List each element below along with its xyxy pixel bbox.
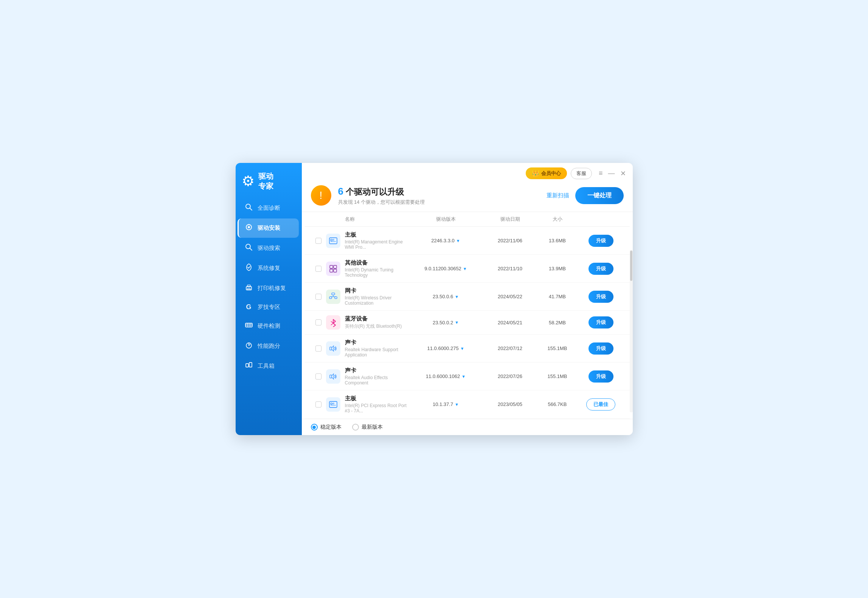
sidebar-item-logitech[interactable]: G 罗技专区 bbox=[239, 299, 299, 316]
row-action-3: 升级 bbox=[578, 316, 624, 328]
one-click-button[interactable]: 一键处理 bbox=[575, 187, 624, 204]
svg-line-6 bbox=[250, 248, 252, 251]
rescan-button[interactable]: 重新扫描 bbox=[547, 192, 569, 199]
row-action-4: 升级 bbox=[578, 342, 624, 355]
row-info-2: 网卡 Intel(R) Wireless Driver Customizatio… bbox=[326, 287, 408, 306]
row-checkbox-1 bbox=[311, 266, 326, 272]
sidebar-item-printer[interactable]: 打印机修复 bbox=[239, 279, 299, 298]
upgrade-button-1[interactable]: 升级 bbox=[589, 263, 613, 275]
upgrade-button-5[interactable]: 升级 bbox=[589, 370, 613, 383]
latest-version-option[interactable]: 最新版本 bbox=[352, 424, 383, 431]
member-center-button[interactable]: 👑 会员中心 bbox=[526, 167, 567, 179]
sidebar-item-benchmark[interactable]: 性能跑分 bbox=[239, 336, 299, 356]
row-checkbox-0 bbox=[311, 238, 326, 244]
row-version-4: 11.0.6000.275 ▼ bbox=[408, 345, 484, 351]
app-logo: ⚙ 驱动专家 bbox=[236, 163, 302, 198]
driver-details-0: 主板 Intel(R) Management Engine WMI Pro... bbox=[345, 231, 408, 250]
row-info-1: 其他设备 Intel(R) Dynamic Tuning Technology bbox=[326, 259, 408, 278]
checkbox-4[interactable] bbox=[315, 345, 321, 352]
close-icon[interactable]: ✕ bbox=[620, 169, 626, 178]
best-button-6[interactable]: 已最佳 bbox=[586, 398, 615, 411]
search-icon bbox=[244, 243, 254, 253]
row-checkbox-5 bbox=[311, 373, 326, 380]
crown-icon: 👑 bbox=[532, 170, 539, 177]
col-size-header: 大小 bbox=[537, 216, 578, 223]
row-version-3: 23.50.0.2 ▼ bbox=[408, 320, 484, 325]
driver-details-4: 声卡 Realtek Hardware Support Application bbox=[345, 339, 408, 358]
version-arrow-6: ▼ bbox=[455, 402, 459, 407]
sidebar-item-tools[interactable]: 工具箱 bbox=[239, 356, 299, 376]
sidebar-item-search[interactable]: 驱动搜索 bbox=[239, 239, 299, 258]
header-actions: 重新扫描 一键处理 bbox=[547, 187, 624, 204]
col-date-header: 驱动日期 bbox=[484, 216, 537, 223]
svg-point-4 bbox=[248, 224, 249, 225]
row-date-5: 2022/07/26 bbox=[484, 373, 537, 379]
driver-details-6: 主板 Intel(R) PCI Express Root Port #3 - 7… bbox=[345, 395, 408, 414]
driver-details-3: 蓝牙设备 英特尔(R) 无线 Bluetooth(R) bbox=[345, 315, 402, 330]
row-size-2: 41.7MB bbox=[537, 294, 578, 299]
checkbox-2[interactable] bbox=[315, 294, 321, 300]
logo-icon: ⚙ bbox=[242, 173, 255, 189]
row-action-0: 升级 bbox=[578, 235, 624, 247]
row-size-5: 155.1MB bbox=[537, 373, 578, 379]
row-info-6: 主板 Intel(R) PCI Express Root Port #3 - 7… bbox=[326, 395, 408, 414]
upgrade-button-3[interactable]: 升级 bbox=[589, 316, 613, 328]
checkbox-0[interactable] bbox=[315, 238, 321, 244]
upgrade-button-2[interactable]: 升级 bbox=[589, 291, 613, 303]
qudong-icon bbox=[244, 223, 254, 233]
header-title: 6 个驱动可以升级 bbox=[338, 186, 540, 198]
row-version-2: 23.50.0.6 ▼ bbox=[408, 294, 484, 299]
row-action-1: 升级 bbox=[578, 263, 624, 275]
logitech-icon: G bbox=[244, 303, 254, 311]
row-action-5: 升级 bbox=[578, 370, 624, 383]
row-info-4: 声卡 Realtek Hardware Support Application bbox=[326, 339, 408, 358]
stable-radio-dot bbox=[312, 426, 316, 429]
svg-rect-8 bbox=[247, 285, 250, 287]
sidebar-item-hardware[interactable]: 硬件检测 bbox=[239, 316, 299, 336]
svg-rect-16 bbox=[246, 364, 248, 367]
driver-icon-4 bbox=[326, 341, 340, 356]
stable-version-option[interactable]: 稳定版本 bbox=[311, 424, 342, 431]
col-name-header: 名称 bbox=[326, 216, 408, 223]
latest-radio[interactable] bbox=[352, 424, 359, 431]
row-version-5: 11.0.6000.1062 ▼ bbox=[408, 373, 484, 379]
checkbox-6[interactable] bbox=[315, 401, 321, 407]
upgrade-button-4[interactable]: 升级 bbox=[589, 342, 613, 355]
checkbox-1[interactable] bbox=[315, 266, 321, 272]
col-action-header bbox=[578, 216, 624, 223]
col-check bbox=[311, 216, 326, 223]
row-checkbox-2 bbox=[311, 294, 326, 300]
row-date-4: 2022/07/12 bbox=[484, 345, 537, 351]
svg-rect-22 bbox=[330, 265, 333, 268]
main-content: 👑 会员中心 客服 ≡ — ✕ ! 6 个驱动可以升级 共发现 14 个驱动，您… bbox=[302, 163, 633, 435]
row-action-6: 已最佳 bbox=[578, 398, 624, 411]
sidebar-item-qudong[interactable]: 驱动安装 bbox=[238, 218, 299, 238]
latest-version-label: 最新版本 bbox=[362, 424, 383, 431]
scrollbar-thumb[interactable] bbox=[630, 251, 632, 281]
table-row: 其他设备 Intel(R) Dynamic Tuning Technology … bbox=[305, 255, 630, 283]
scrollbar-track[interactable] bbox=[630, 250, 633, 412]
row-info-3: 蓝牙设备 英特尔(R) 无线 Bluetooth(R) bbox=[326, 315, 408, 330]
service-button[interactable]: 客服 bbox=[571, 168, 592, 179]
row-info-5: 声卡 Realtek Audio Effects Component bbox=[326, 367, 408, 386]
header-warning-icon: ! bbox=[311, 185, 331, 206]
row-checkbox-4 bbox=[311, 345, 326, 352]
checkbox-3[interactable] bbox=[315, 319, 321, 325]
checkbox-5[interactable] bbox=[315, 373, 321, 380]
driver-table: 名称 驱动版本 驱动日期 大小 bbox=[302, 212, 633, 419]
driver-icon-0 bbox=[326, 234, 340, 248]
svg-rect-23 bbox=[334, 265, 337, 268]
stable-version-label: 稳定版本 bbox=[320, 424, 342, 431]
svg-line-1 bbox=[250, 208, 252, 211]
row-size-4: 155.1MB bbox=[537, 345, 578, 351]
driver-details-5: 声卡 Realtek Audio Effects Component bbox=[345, 367, 408, 386]
table-row: 网卡 Intel(R) Wireless Driver Customizatio… bbox=[305, 283, 630, 311]
table-header: 名称 驱动版本 驱动日期 大小 bbox=[305, 212, 630, 227]
stable-radio[interactable] bbox=[311, 424, 318, 431]
menu-icon[interactable]: ≡ bbox=[599, 169, 603, 177]
sidebar-item-repair[interactable]: 系统修复 bbox=[239, 259, 299, 278]
sidebar-item-quanmian[interactable]: 全面诊断 bbox=[239, 198, 299, 218]
svg-rect-24 bbox=[330, 269, 333, 272]
minimize-icon[interactable]: — bbox=[608, 169, 615, 177]
upgrade-button-0[interactable]: 升级 bbox=[589, 235, 613, 247]
